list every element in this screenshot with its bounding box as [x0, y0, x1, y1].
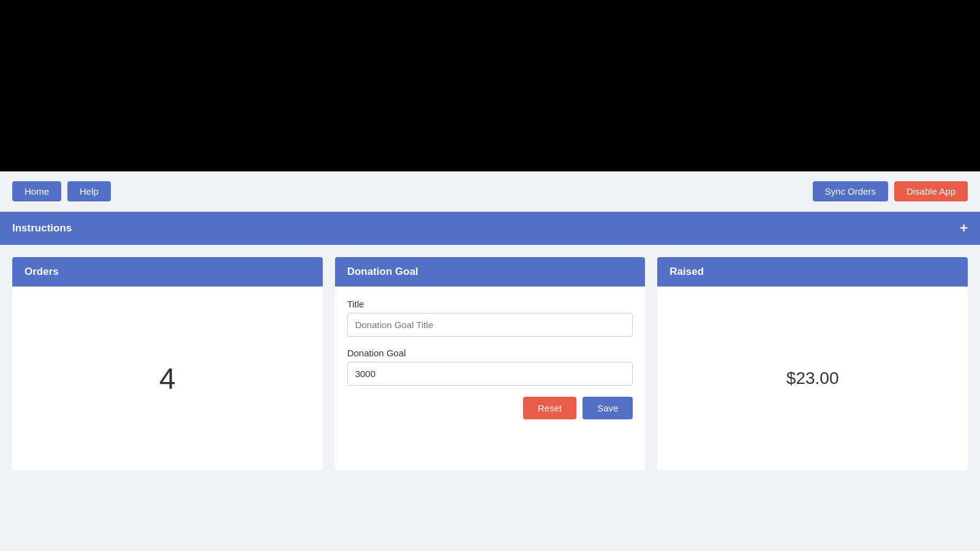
navbar: Home Help Sync Orders Disable App: [0, 171, 980, 212]
home-button[interactable]: Home: [12, 181, 61, 201]
title-form-group: Title: [347, 299, 633, 337]
sync-orders-button[interactable]: Sync Orders: [813, 181, 888, 201]
navbar-right: Sync Orders Disable App: [813, 181, 968, 201]
raised-card: Raised $23.00: [657, 257, 968, 470]
raised-card-body: $23.00: [657, 287, 968, 470]
donation-goal-card: Donation Goal Title Donation Goal Reset …: [335, 257, 646, 470]
reset-button[interactable]: Reset: [523, 397, 576, 419]
instructions-bar[interactable]: Instructions +: [0, 212, 980, 245]
orders-card-body: 4: [12, 287, 323, 470]
raised-card-header: Raised: [657, 257, 968, 287]
orders-card-header: Orders: [12, 257, 323, 287]
orders-value: 4: [159, 362, 176, 395]
title-label: Title: [347, 299, 633, 309]
save-button[interactable]: Save: [582, 397, 633, 419]
goal-form-group: Donation Goal: [347, 348, 633, 386]
disable-app-button[interactable]: Disable App: [894, 181, 968, 201]
donation-goal-card-body: Title Donation Goal Reset Save: [335, 287, 646, 470]
navbar-left: Home Help: [12, 181, 111, 201]
goal-input[interactable]: [347, 362, 633, 386]
cards-row: Orders 4 Donation Goal Title Donation Go…: [0, 245, 980, 482]
donation-goal-card-header: Donation Goal: [335, 257, 646, 287]
orders-card: Orders 4: [12, 257, 323, 470]
goal-label: Donation Goal: [347, 348, 633, 358]
title-input[interactable]: [347, 313, 633, 337]
expand-icon: +: [960, 220, 968, 236]
raised-value: $23.00: [786, 369, 839, 388]
help-button[interactable]: Help: [67, 181, 111, 201]
instructions-label: Instructions: [12, 222, 72, 234]
form-actions: Reset Save: [347, 397, 633, 419]
